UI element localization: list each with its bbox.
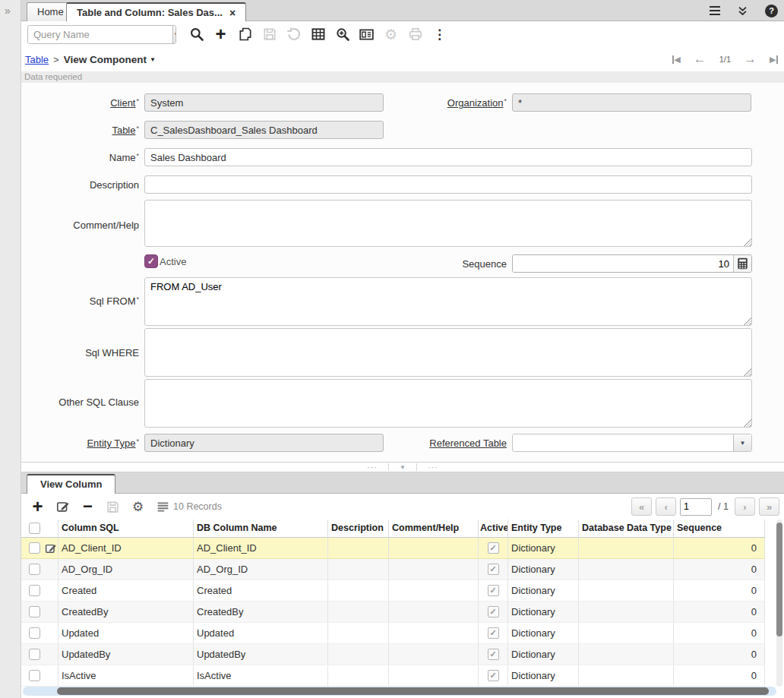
cell-comment-help[interactable] — [389, 623, 479, 643]
panel-splitter[interactable]: ··· ▼ ··· — [21, 462, 784, 472]
table-row[interactable]: CreatedCreated✓Dictionary0 — [21, 580, 765, 602]
page-first-button[interactable]: « — [631, 497, 652, 516]
column-header[interactable]: Database Data Type — [579, 520, 674, 537]
breadcrumb-current[interactable]: View Component — [64, 54, 147, 65]
row-select-checkbox[interactable] — [29, 649, 40, 660]
expand-west-panel-icon[interactable]: » — [5, 5, 11, 17]
cell-description[interactable] — [328, 644, 389, 665]
close-tab-icon[interactable]: × — [229, 8, 236, 18]
cell-description[interactable] — [328, 602, 389, 622]
copy-record-icon[interactable] — [236, 26, 254, 43]
active-checkbox[interactable]: ✓ — [488, 649, 499, 660]
cell-sequence[interactable]: 0 — [674, 665, 765, 686]
print-icon[interactable] — [406, 26, 424, 43]
cell-entity-type[interactable]: Dictionary — [508, 665, 579, 686]
cell-comment-help[interactable] — [389, 559, 479, 580]
cell-comment-help[interactable] — [389, 580, 479, 601]
cell-database-data-type[interactable] — [579, 623, 674, 643]
help-icon[interactable]: ? — [765, 5, 778, 17]
table-row[interactable]: IsActiveIsActive✓Dictionary0 — [21, 665, 765, 687]
cell-database-data-type[interactable] — [579, 602, 674, 622]
row-select-cell[interactable] — [21, 623, 58, 643]
cell-sequence[interactable]: 0 — [674, 644, 765, 665]
column-header[interactable]: Entity Type — [508, 520, 579, 537]
vertical-scrollbar-thumb[interactable] — [776, 523, 782, 636]
page-next-button[interactable]: › — [735, 497, 755, 516]
cell-database-data-type[interactable] — [579, 559, 674, 580]
cell-entity-type[interactable]: Dictionary — [508, 602, 579, 622]
referenced-table-dropdown-button[interactable]: ▼ — [733, 434, 751, 451]
report-icon[interactable] — [358, 26, 375, 43]
resize-grip-icon[interactable] — [743, 368, 751, 376]
cell-db-column-name[interactable]: Created — [194, 580, 328, 601]
cell-active[interactable]: ✓ — [479, 580, 508, 601]
new-record-icon[interactable]: + — [212, 26, 229, 43]
cell-entity-type[interactable]: Dictionary — [508, 559, 579, 580]
row-select-cell[interactable] — [21, 559, 58, 580]
sql-from-field[interactable]: FROM AD_User — [144, 277, 752, 326]
find-record-icon[interactable] — [188, 26, 205, 43]
column-header[interactable]: Column SQL — [58, 520, 194, 537]
first-record-icon[interactable]: ◀ — [672, 55, 681, 64]
splitter-collapse-icon[interactable]: ▼ — [389, 464, 416, 471]
cell-active[interactable]: ✓ — [479, 644, 508, 665]
active-checkbox[interactable]: ✓ — [488, 585, 499, 596]
breadcrumb-parent-link[interactable]: Table — [25, 54, 49, 65]
resize-grip-icon[interactable] — [743, 418, 751, 427]
breadcrumb-caret-icon[interactable]: ▼ — [150, 56, 156, 63]
horizontal-scrollbar-thumb[interactable] — [57, 687, 769, 695]
table-row[interactable]: CreatedByCreatedBy✓Dictionary0 — [21, 602, 765, 623]
active-checkbox[interactable]: ✓ — [488, 564, 499, 575]
delete-row-icon[interactable]: − — [79, 498, 96, 516]
cell-sequence[interactable]: 0 — [674, 580, 765, 601]
comment-help-field[interactable] — [144, 200, 752, 247]
row-select-cell[interactable] — [21, 665, 58, 686]
active-checkbox[interactable]: ✓ — [488, 670, 499, 681]
cell-comment-help[interactable] — [389, 644, 479, 665]
table-row[interactable]: UpdatedUpdated✓Dictionary0 — [21, 623, 765, 644]
cell-database-data-type[interactable] — [579, 665, 674, 686]
cell-sequence[interactable]: 0 — [674, 623, 765, 643]
column-header[interactable]: Description — [328, 520, 389, 537]
row-select-cell[interactable] — [21, 538, 58, 558]
menu-icon[interactable] — [710, 6, 720, 16]
cell-active[interactable]: ✓ — [479, 538, 508, 558]
organization-field[interactable] — [512, 93, 751, 112]
cell-active[interactable]: ✓ — [479, 665, 508, 686]
edit-row-icon[interactable] — [54, 498, 71, 516]
row-select-checkbox[interactable] — [29, 564, 40, 575]
cell-active[interactable]: ✓ — [479, 559, 508, 580]
column-header[interactable]: Comment/Help — [389, 520, 479, 537]
cell-comment-help[interactable] — [389, 602, 479, 622]
cell-db-column-name[interactable]: CreatedBy — [194, 602, 328, 622]
page-previous-button[interactable]: ‹ — [656, 497, 676, 516]
active-checkbox[interactable]: ✓ — [488, 606, 499, 617]
cell-comment-help[interactable] — [389, 665, 479, 686]
column-header[interactable]: Active — [479, 520, 508, 537]
table-field[interactable] — [144, 121, 384, 139]
resize-grip-icon[interactable] — [743, 317, 751, 325]
horizontal-scrollbar[interactable] — [23, 687, 776, 696]
cell-description[interactable] — [328, 559, 389, 580]
cell-comment-help[interactable] — [389, 538, 479, 558]
save-row-icon[interactable] — [104, 498, 122, 516]
cell-description[interactable] — [328, 580, 389, 601]
cell-entity-type[interactable]: Dictionary — [508, 644, 579, 665]
tab-table-and-column[interactable]: Table and Column: Sales Das... × — [66, 2, 246, 22]
table-row[interactable]: AD_Org_IDAD_Org_ID✓Dictionary0 — [21, 559, 765, 580]
collapse-all-icon[interactable] — [737, 5, 748, 17]
cell-description[interactable] — [328, 623, 389, 643]
calculator-icon[interactable] — [733, 255, 751, 272]
cell-entity-type[interactable]: Dictionary — [508, 623, 579, 643]
previous-record-icon[interactable]: ← — [694, 52, 707, 67]
row-select-cell[interactable] — [21, 580, 58, 601]
cell-db-column-name[interactable]: Updated — [194, 623, 328, 643]
cell-sequence[interactable]: 0 — [674, 602, 765, 622]
cell-database-data-type[interactable] — [579, 580, 674, 601]
cell-database-data-type[interactable] — [579, 644, 674, 665]
grid-toggle-icon[interactable] — [309, 26, 327, 43]
new-row-icon[interactable]: + — [29, 498, 46, 516]
undo-icon[interactable] — [285, 26, 302, 43]
tab-view-column[interactable]: View Column — [27, 474, 115, 494]
other-sql-clause-field[interactable] — [144, 379, 752, 428]
